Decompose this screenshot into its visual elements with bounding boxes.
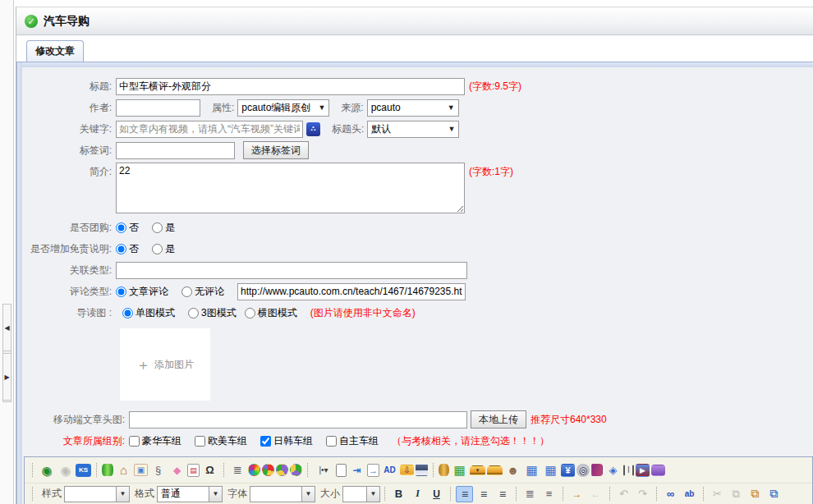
ad-icon[interactable]: AD xyxy=(381,462,398,479)
title-head-select[interactable]: 默认 ▼ xyxy=(367,121,459,138)
green-table-icon[interactable]: ▦ xyxy=(451,462,468,479)
chevron-down-icon[interactable]: ▼ xyxy=(209,486,223,502)
car-globe-disabled-icon[interactable]: ◉ xyxy=(57,462,74,479)
car-icon[interactable] xyxy=(487,465,503,475)
checkbox-euroamerican[interactable] xyxy=(195,436,205,447)
pie-chart3-icon[interactable] xyxy=(290,464,302,476)
radio-no-comment[interactable] xyxy=(181,286,192,297)
group-option-japankorea[interactable]: 日韩车组 xyxy=(260,434,313,448)
page-export-icon[interactable]: → xyxy=(367,464,379,477)
tv-icon[interactable] xyxy=(651,465,665,476)
radio-three-image[interactable] xyxy=(188,308,199,318)
title-input[interactable] xyxy=(116,78,465,95)
new-page-icon[interactable] xyxy=(336,464,347,477)
select-tags-button[interactable]: 选择标签词 xyxy=(243,141,309,159)
video-icon[interactable]: ▶ xyxy=(636,464,650,477)
chevron-down-icon[interactable]: ▼ xyxy=(367,486,380,502)
radio-article-comment[interactable] xyxy=(116,286,126,297)
ordered-list-button[interactable]: ≣ xyxy=(521,486,539,502)
tags-input[interactable] xyxy=(116,142,235,159)
size-combo[interactable]: ▼ xyxy=(342,486,380,502)
pie-chart-icon[interactable] xyxy=(262,464,274,476)
group-option-domestic[interactable]: 自主车组 xyxy=(326,434,379,448)
align-center-button[interactable]: ≡ xyxy=(475,486,492,502)
tab-edit-article[interactable]: 修改文章 xyxy=(26,40,84,62)
find-button[interactable]: ∞ xyxy=(662,486,679,502)
car-menu-icon[interactable]: ▾ xyxy=(470,465,485,475)
expand-right-arrow[interactable]: ▶ xyxy=(2,353,11,401)
cart-download-icon[interactable]: ⇩ xyxy=(400,465,414,475)
comment-option-article[interactable]: 文章评论 xyxy=(116,285,168,299)
paw-icon[interactable]: ∴ xyxy=(306,122,320,136)
special-char-icon[interactable]: Ω xyxy=(201,462,218,479)
home-upload-icon[interactable]: ⌂ xyxy=(115,462,132,479)
disclaimer-option-no[interactable]: 否 xyxy=(116,242,139,256)
related-type-input[interactable] xyxy=(116,262,467,279)
undo-button[interactable]: ↶ xyxy=(615,486,632,502)
ks-icon[interactable]: KS xyxy=(76,464,91,477)
replace-button[interactable]: ab xyxy=(681,486,698,502)
collapse-left-arrow[interactable]: ◀ xyxy=(2,304,11,351)
paste-word-button[interactable]: ⧉ xyxy=(765,486,783,502)
group-option-luxury[interactable]: 豪华车组 xyxy=(129,434,181,448)
checkbox-luxury[interactable] xyxy=(129,436,140,447)
add-image-button[interactable]: ＋ 添加图片 xyxy=(120,328,210,401)
checkbox-japankorea[interactable] xyxy=(260,436,271,447)
bullet-list-button[interactable]: ≡ xyxy=(540,486,558,502)
redo-button[interactable]: ↷ xyxy=(634,486,651,502)
chevron-down-icon[interactable]: ▼ xyxy=(117,486,130,502)
attachment-icon[interactable]: § xyxy=(149,462,167,479)
outdent-button[interactable]: ← xyxy=(587,486,604,502)
shield-icon[interactable]: ◈ xyxy=(604,462,622,479)
align-right-button[interactable]: ≡ xyxy=(494,486,511,502)
yuan-icon[interactable]: ¥ xyxy=(561,464,575,477)
mobile-head-input[interactable] xyxy=(129,411,467,428)
indent-button[interactable]: → xyxy=(568,486,586,502)
bold-button[interactable]: B xyxy=(390,486,407,502)
font-combo[interactable]: ▼ xyxy=(250,486,315,502)
rainbow-ball-icon[interactable] xyxy=(248,464,260,476)
comment-option-none[interactable]: 无评论 xyxy=(181,285,224,299)
radio-no[interactable] xyxy=(116,222,126,233)
pie-chart2-icon[interactable] xyxy=(276,464,288,476)
template-insert-icon[interactable]: ⇥ xyxy=(348,462,365,479)
italic-button[interactable]: I xyxy=(409,486,426,502)
summary-textarea[interactable]: 22 xyxy=(116,163,465,213)
style-combo[interactable]: ▼ xyxy=(64,486,130,502)
table2-icon[interactable]: ▦ xyxy=(542,462,559,479)
steering-wheel-icon[interactable]: ◎ xyxy=(576,464,590,477)
group-buy-option-yes[interactable]: 是 xyxy=(152,221,175,235)
checkbox-domestic[interactable] xyxy=(326,436,337,447)
save-icon[interactable] xyxy=(416,464,428,476)
cut-button[interactable]: ✂ xyxy=(709,486,726,502)
image-pick-icon[interactable]: ▣ xyxy=(134,464,148,476)
group-option-euroamerican[interactable]: 欧美车组 xyxy=(195,434,247,448)
doc-export-icon[interactable]: ▤ xyxy=(187,464,200,477)
green-bucket-icon[interactable] xyxy=(102,464,113,476)
table-icon[interactable]: ▦ xyxy=(523,462,540,479)
disclaimer-option-yes[interactable]: 是 xyxy=(152,242,175,256)
copy-button[interactable]: ⧉ xyxy=(728,486,745,502)
group-buy-option-no[interactable]: 否 xyxy=(116,221,139,235)
pink-box-icon[interactable]: ◆ xyxy=(168,462,186,479)
radio-single-image[interactable] xyxy=(122,308,133,318)
person-icon[interactable]: ☻ xyxy=(504,462,521,479)
chevron-down-icon[interactable]: ▼ xyxy=(302,486,315,502)
guide-option-single[interactable]: 单图模式 xyxy=(122,306,175,320)
radio-yes[interactable] xyxy=(152,244,163,254)
radio-yes[interactable] xyxy=(152,222,163,233)
guide-option-three[interactable]: 3图模式 xyxy=(188,306,237,320)
align-left-button[interactable]: ≡ xyxy=(456,486,473,502)
attribute-select[interactable]: pcauto编辑原创 ▼ xyxy=(237,99,329,117)
cursor-style-icon[interactable]: |•▾ xyxy=(313,462,334,479)
list-edit-icon[interactable]: ≣ xyxy=(229,462,246,479)
column-icon[interactable]: I xyxy=(623,465,634,476)
author-input[interactable] xyxy=(116,99,200,117)
car-globe-icon[interactable]: ◉ xyxy=(38,462,55,479)
book-icon[interactable] xyxy=(591,464,603,476)
source-select[interactable]: pcauto ▼ xyxy=(367,99,459,117)
local-upload-button[interactable]: 本地上传 xyxy=(471,410,526,428)
guide-option-wide[interactable]: 横图模式 xyxy=(245,306,297,320)
radio-no[interactable] xyxy=(116,244,126,254)
db-upload-icon[interactable] xyxy=(439,464,449,476)
